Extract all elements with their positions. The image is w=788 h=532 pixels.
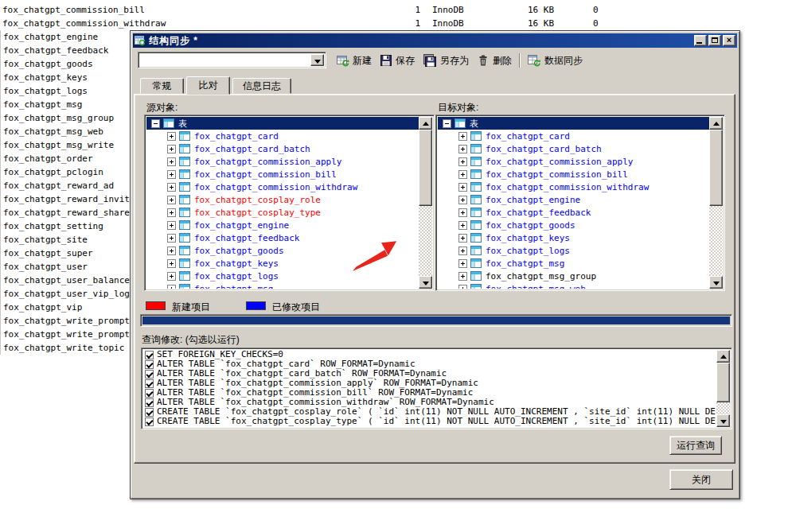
query-checkbox[interactable]: [145, 351, 154, 359]
table-list-item[interactable]: fox_chatgpt_vip: [1, 301, 130, 314]
tree-item[interactable]: fox_chatgpt_goods: [438, 219, 709, 231]
scrollbar-thumb[interactable]: [419, 130, 432, 206]
expand-icon[interactable]: [167, 285, 176, 289]
table-list-item[interactable]: fox_chatgpt_write_topic: [1, 341, 130, 355]
table-list-item[interactable]: fox_chatgpt_feedback: [1, 44, 130, 57]
expand-icon[interactable]: [458, 272, 467, 281]
tree-item[interactable]: fox_chatgpt_card: [146, 130, 419, 142]
expand-icon[interactable]: [458, 221, 467, 230]
table-row[interactable]: fox_chatgpt_commission_withdraw1InnoDB16…: [0, 17, 788, 30]
tree-item[interactable]: fox_chatgpt_commission_apply: [438, 155, 709, 168]
query-checkbox[interactable]: [145, 408, 154, 417]
minimize-button[interactable]: [694, 35, 707, 46]
table-list-item[interactable]: fox_chatgpt_engine: [1, 30, 130, 44]
expand-icon[interactable]: [458, 196, 467, 204]
save-as-button[interactable]: 另存为: [419, 52, 473, 69]
tree-item[interactable]: fox_chatgpt_keys: [438, 231, 709, 244]
table-list-item[interactable]: fox_chatgpt_goods: [1, 57, 130, 71]
table-list-item[interactable]: fox_chatgpt_keys: [1, 71, 130, 84]
collapse-icon[interactable]: [443, 119, 451, 128]
query-list-scrollbar[interactable]: [716, 350, 730, 427]
expand-icon[interactable]: [458, 234, 467, 243]
table-list-item[interactable]: fox_chatgpt_user_balance_lo: [1, 274, 130, 287]
expand-icon[interactable]: [167, 272, 176, 281]
collapse-icon[interactable]: [151, 119, 160, 128]
table-list-item[interactable]: fox_chatgpt_msg: [1, 98, 130, 111]
expand-icon[interactable]: [167, 196, 176, 204]
tree-item[interactable]: fox_chatgpt_commission_withdraw: [146, 181, 419, 193]
table-list-item[interactable]: fox_chatgpt_super: [1, 247, 130, 260]
tree-item[interactable]: fox_chatgpt_cosplay_type: [146, 206, 419, 219]
table-list-item[interactable]: fox_chatgpt_reward_share: [1, 206, 130, 219]
scroll-down-button[interactable]: [419, 276, 432, 289]
expand-icon[interactable]: [167, 247, 176, 255]
table-list-item[interactable]: fox_chatgpt_msg_group: [1, 111, 130, 125]
expand-icon[interactable]: [167, 170, 176, 179]
tab-info-log[interactable]: 信息日志: [232, 78, 291, 94]
data-sync-button[interactable]: 数据同步: [524, 52, 587, 69]
expand-icon[interactable]: [167, 221, 176, 230]
expand-icon[interactable]: [458, 247, 467, 255]
query-checkbox[interactable]: [145, 398, 154, 407]
expand-icon[interactable]: [167, 157, 176, 166]
tree-item[interactable]: fox_chatgpt_msg_group: [438, 270, 709, 282]
expand-icon[interactable]: [458, 145, 467, 153]
query-checkbox[interactable]: [145, 417, 154, 426]
table-list-item[interactable]: fox_chatgpt_site: [1, 233, 130, 247]
tree-item[interactable]: fox_chatgpt_card: [438, 130, 709, 142]
tree-item[interactable]: fox_chatgpt_commission_bill: [146, 168, 419, 181]
maximize-button[interactable]: [708, 35, 721, 46]
expand-icon[interactable]: [458, 183, 467, 192]
table-list-item[interactable]: fox_chatgpt_pclogin: [1, 165, 130, 179]
tree-item[interactable]: fox_chatgpt_commission_apply: [146, 155, 419, 168]
table-list-item[interactable]: fox_chatgpt_logs: [1, 84, 130, 98]
scroll-up-button[interactable]: [419, 117, 432, 130]
table-list-item[interactable]: fox_chatgpt_user_vip_logs: [1, 287, 130, 301]
tree-item[interactable]: fox_chatgpt_msg: [438, 257, 709, 270]
scroll-up-button[interactable]: [716, 350, 730, 363]
table-row[interactable]: fox_chatgpt_commission_bill1InnoDB16 KB0: [0, 3, 788, 17]
expand-icon[interactable]: [458, 157, 467, 166]
expand-icon[interactable]: [167, 132, 176, 141]
query-checkbox[interactable]: [145, 370, 154, 379]
table-list-item[interactable]: fox_chatgpt_msg_write: [1, 138, 130, 152]
tab-compare[interactable]: 比对: [186, 76, 230, 95]
table-list-item[interactable]: fox_chatgpt_order: [1, 152, 130, 165]
run-query-button[interactable]: 运行查询: [669, 436, 722, 455]
new-button[interactable]: 新建: [333, 52, 376, 69]
expand-icon[interactable]: [458, 170, 467, 179]
close-button[interactable]: 关闭: [669, 469, 733, 490]
expand-icon[interactable]: [458, 259, 467, 268]
source-tree-scrollbar[interactable]: [419, 117, 432, 289]
dialog-titlebar[interactable]: 结构同步 * ×: [133, 33, 737, 48]
delete-button[interactable]: 删除: [473, 52, 516, 69]
table-list-item[interactable]: fox_chatgpt_msg_web: [1, 125, 130, 138]
expand-icon[interactable]: [167, 208, 176, 217]
target-tree-scrollbar[interactable]: [709, 117, 723, 289]
tree-item[interactable]: fox_chatgpt_feedback: [438, 206, 709, 219]
save-button[interactable]: 保存: [376, 52, 419, 69]
scroll-up-button[interactable]: [709, 117, 723, 130]
expand-icon[interactable]: [458, 285, 467, 289]
close-window-button[interactable]: ×: [723, 35, 735, 46]
tree-item[interactable]: fox_chatgpt_msg_web: [438, 282, 709, 289]
expand-icon[interactable]: [167, 145, 176, 153]
combo-dropdown-button[interactable]: [310, 54, 324, 66]
scroll-down-button[interactable]: [709, 276, 723, 289]
tree-item[interactable]: fox_chatgpt_logs: [438, 244, 709, 257]
table-list-item[interactable]: fox_chatgpt_setting: [1, 219, 130, 233]
expand-icon[interactable]: [167, 183, 176, 192]
tree-item[interactable]: fox_chatgpt_commission_bill: [438, 168, 709, 181]
profile-combobox[interactable]: [138, 52, 326, 68]
query-checkbox[interactable]: [145, 379, 154, 388]
tree-item[interactable]: fox_chatgpt_engine: [146, 219, 419, 231]
scroll-down-button[interactable]: [716, 414, 730, 427]
tree-item[interactable]: fox_chatgpt_engine: [438, 193, 709, 206]
expand-icon[interactable]: [458, 132, 467, 141]
table-list-item[interactable]: fox_chatgpt_user: [1, 260, 130, 274]
query-row[interactable]: CREATE TABLE `fox_chatgpt_cosplay_type` …: [143, 417, 716, 426]
table-list-item[interactable]: fox_chatgpt_reward_invite: [1, 192, 130, 206]
tree-item[interactable]: fox_chatgpt_cosplay_role: [146, 193, 419, 206]
tree-item[interactable]: fox_chatgpt_commission_withdraw: [438, 181, 709, 193]
tree-root-row[interactable]: 表: [146, 117, 419, 130]
